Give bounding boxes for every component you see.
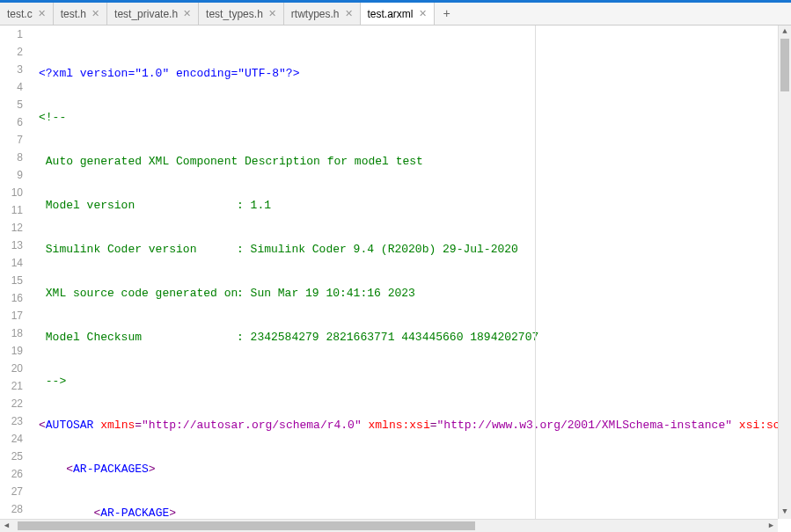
add-tab-button[interactable]: + [435, 3, 459, 25]
vertical-scroll-thumb[interactable] [780, 39, 789, 91]
line-number: 20 [0, 360, 23, 377]
line-number: 25 [0, 448, 23, 465]
code-area[interactable]: <?xml version="1.0" encoding="UTF-8"?> <… [30, 26, 791, 519]
line-number: 19 [0, 342, 23, 360]
close-icon[interactable]: ✕ [345, 8, 353, 19]
tab-test-private-h[interactable]: test_private.h✕ [107, 3, 199, 25]
tab-test-arxml[interactable]: test.arxml✕ [361, 3, 435, 25]
close-icon[interactable]: ✕ [183, 8, 191, 19]
scroll-right-icon[interactable]: ▶ [765, 520, 778, 532]
scroll-down-icon[interactable]: ▼ [779, 506, 791, 519]
scroll-left-icon[interactable]: ◀ [0, 520, 13, 532]
line-number: 16 [0, 289, 23, 307]
line-number: 26 [0, 465, 23, 483]
tab-test-c[interactable]: test.c✕ [0, 3, 54, 25]
line-number: 6 [0, 113, 23, 131]
line-number: 18 [0, 324, 23, 342]
line-number: 9 [0, 166, 23, 184]
line-number: 23 [0, 412, 23, 430]
line-number: 22 [0, 395, 23, 412]
line-number: 24 [0, 430, 23, 448]
tab-test-types-h[interactable]: test_types.h✕ [199, 3, 284, 25]
tab-test-h[interactable]: test.h✕ [54, 3, 107, 25]
line-number: 11 [0, 201, 23, 219]
horizontal-scrollbar[interactable]: ◀ ▶ [0, 519, 778, 532]
line-number: 15 [0, 272, 23, 289]
close-icon[interactable]: ✕ [38, 8, 46, 19]
line-number: 1 [0, 26, 23, 43]
editor[interactable]: 1234567891011121314151617181920212223242… [0, 26, 791, 519]
line-number: 17 [0, 307, 23, 324]
close-icon[interactable]: ✕ [92, 8, 99, 19]
line-number: 28 [0, 500, 23, 518]
line-number: 27 [0, 483, 23, 500]
line-number: 7 [0, 131, 23, 149]
line-number: 12 [0, 219, 23, 237]
horizontal-scroll-thumb[interactable] [18, 521, 475, 530]
vertical-scrollbar[interactable]: ▲ ▼ [778, 26, 791, 519]
line-number: 5 [0, 96, 23, 113]
close-icon[interactable]: ✕ [419, 8, 427, 19]
tab-bar: test.c✕ test.h✕ test_private.h✕ test_typ… [0, 3, 791, 26]
line-number: 13 [0, 237, 23, 254]
line-number: 21 [0, 377, 23, 395]
line-number: 3 [0, 61, 23, 78]
scroll-up-icon[interactable]: ▲ [779, 26, 791, 39]
line-number: 10 [0, 184, 23, 201]
ruler-line [535, 26, 536, 519]
close-icon[interactable]: ✕ [268, 8, 276, 19]
line-number: 14 [0, 254, 23, 272]
line-number: 4 [0, 78, 23, 96]
line-gutter: 1234567891011121314151617181920212223242… [0, 26, 30, 519]
tab-rtwtypes-h[interactable]: rtwtypes.h✕ [284, 3, 361, 25]
line-number: 8 [0, 149, 23, 166]
line-number: 2 [0, 43, 23, 61]
